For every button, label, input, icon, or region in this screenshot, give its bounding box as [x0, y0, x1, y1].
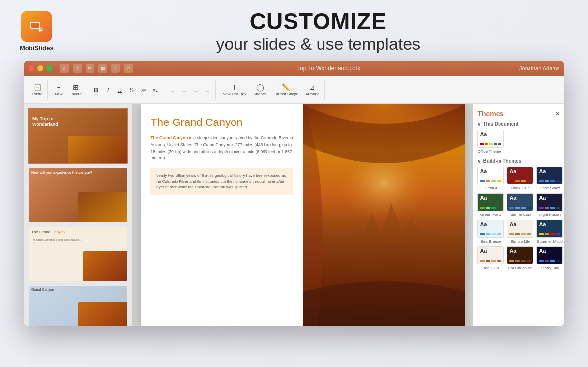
marine-club-label: Marine Club	[510, 213, 531, 217]
night-fusion-theme[interactable]: Aa Night Fusion	[536, 193, 563, 217]
undo-icon[interactable]: ↺	[73, 64, 82, 73]
slide-panel[interactable]: My Trip toWonderland 1 How will you expe…	[24, 104, 133, 326]
hot-chocolate-label: Hot Chocolate	[508, 266, 533, 270]
close-button[interactable]	[29, 65, 34, 71]
book-club-label: Book Club	[511, 186, 529, 190]
toolbar-group-slides: + New ⊞ Layout	[50, 80, 87, 100]
highlighted-text: The Grand Canyon	[150, 135, 188, 140]
slide-thumb-2[interactable]: How will you experience the canyon? 2	[28, 167, 128, 223]
night-fusion-label: Night Fusion	[539, 213, 561, 217]
layout-button[interactable]: ⊞ Layout	[66, 81, 84, 99]
toolbar: 📋 Paste + New ⊞ Layout B I U S X² X₂ ≡ ≡	[24, 76, 564, 104]
summer-mood-theme[interactable]: Aa Summer Mood	[536, 220, 563, 244]
italic-button[interactable]: I	[103, 85, 114, 95]
top-header: ▶ MobiSlides CUSTOMIZE your slides & use…	[0, 0, 588, 59]
shapes-button[interactable]: ◯ Shapes	[250, 81, 269, 99]
format-shape-button[interactable]: ✏️ Format Shape	[270, 81, 301, 99]
toolbar-group-clipboard: 📋 Paste	[28, 80, 48, 100]
slide-thumb-4[interactable]: Grand Canyon 4	[28, 285, 128, 326]
slide-preview-4: Grand Canyon	[29, 286, 127, 326]
sea-breeze-theme[interactable]: Aa Sea Breeze	[477, 220, 504, 244]
simple-life-label: Simple Life	[511, 239, 530, 244]
case-study-label: Case Study	[540, 186, 560, 190]
themes-panel: Themes ✕ ∨ This Document Aa	[473, 104, 564, 326]
header-subtitle: your slides & use templates	[68, 34, 568, 54]
svg-text:▶: ▶	[39, 28, 43, 32]
superscript-button[interactable]: X²	[138, 85, 149, 95]
grid-icon[interactable]: ▦	[98, 64, 107, 73]
strikethrough-button[interactable]: S	[126, 85, 137, 95]
builtin-themes-label: ∨ Build-in Themes	[477, 158, 560, 164]
arrange-button[interactable]: ⊿ Arrange	[302, 81, 322, 99]
slide-preview-2: How will you experience the canyon?	[29, 168, 127, 222]
themes-close-button[interactable]: ✕	[555, 110, 560, 118]
slide-heading: The Grand Canyon	[150, 116, 293, 129]
paste-button[interactable]: 📋 Paste	[29, 81, 45, 99]
hot-chocolate-theme[interactable]: Aa Hot Chocolate	[507, 246, 533, 270]
app-name-label: MobiSlides	[20, 44, 54, 52]
new-text-box-button[interactable]: T New Text Box	[220, 81, 250, 99]
green-party-label: Green Party	[480, 213, 501, 217]
align-justify-button[interactable]: ≡	[203, 85, 213, 95]
align-right-button[interactable]: ≡	[191, 85, 202, 95]
window-title: Trip To Wonderland.pptx	[141, 65, 516, 72]
slide-thumb-1[interactable]: My Trip toWonderland 1	[28, 108, 128, 164]
app-logo: ▶ MobiSlides	[20, 11, 54, 52]
simple-life-theme[interactable]: Aa Simple Life	[507, 220, 533, 244]
themes-grid: Aa Default Aa	[477, 167, 560, 270]
tea-club-theme[interactable]: Aa Tea Club	[477, 246, 504, 270]
subscript-button[interactable]: X₂	[150, 85, 161, 95]
this-document-label: ∨ This Document	[477, 122, 560, 127]
default-theme[interactable]: Aa Default	[477, 167, 504, 190]
sea-breeze-label: Sea Breeze	[481, 239, 501, 244]
themes-panel-title: Themes	[477, 110, 503, 118]
new-button[interactable]: + New	[52, 81, 65, 99]
align-center-button[interactable]: ≡	[179, 85, 190, 95]
slide-preview-3: The Grand Canyon The Grand Canyon is a s…	[29, 227, 127, 281]
office-theme-label: Office Theme	[477, 149, 501, 153]
share-icon[interactable]: ↑	[111, 64, 120, 73]
canyon-svg	[303, 104, 465, 326]
slide-preview-1: My Trip toWonderland	[29, 109, 127, 163]
slide-body: The Grand Canyon is a steep-sided canyon…	[150, 135, 293, 161]
starry-sky-theme[interactable]: Aa Starry Sky	[536, 246, 563, 270]
green-party-theme[interactable]: Aa Green Party	[477, 193, 504, 217]
underline-button[interactable]: U	[115, 85, 125, 95]
toolbar-group-insert: T New Text Box ◯ Shapes ✏️ Format Shape …	[218, 80, 325, 100]
home-icon[interactable]: ⌂	[60, 64, 69, 73]
default-label: Default	[485, 186, 497, 190]
summer-mood-label: Summer Mood	[537, 239, 562, 244]
slide-image-area	[303, 104, 465, 326]
redo-icon[interactable]: ↻	[86, 64, 94, 73]
marine-club-theme[interactable]: Aa Marine Club	[507, 193, 533, 217]
lock-icon[interactable]: 🔒	[124, 64, 133, 73]
minimize-button[interactable]	[37, 65, 43, 71]
bold-button[interactable]: B	[91, 85, 102, 95]
builtin-themes-section: ∨ Build-in Themes Aa	[477, 158, 560, 270]
office-theme-preview: Aa	[477, 130, 504, 148]
main-content: My Trip toWonderland 1 How will you expe…	[24, 104, 564, 326]
slide-editor[interactable]: The Grand Canyon The Grand Canyon is a s…	[133, 104, 473, 326]
case-study-theme[interactable]: Aa Case Study	[536, 167, 563, 190]
this-document-section: ∨ This Document Aa Office Theme	[477, 122, 560, 153]
header-text-block: CUSTOMIZE your slides & use templates	[68, 9, 568, 54]
title-bar: ⌂ ↺ ↻ ▦ ↑ 🔒 Trip To Wonderland.pptx Jona…	[24, 61, 564, 76]
slide-text-area: The Grand Canyon The Grand Canyon is a s…	[141, 104, 303, 326]
align-left-button[interactable]: ≡	[167, 85, 178, 95]
header-title: CUSTOMIZE	[68, 9, 568, 34]
heading-colored: Canyon	[206, 116, 243, 128]
slide-block-text: Nearly two billion years of Earth's geol…	[150, 168, 293, 195]
slide-thumb-3[interactable]: The Grand Canyon The Grand Canyon is a s…	[28, 226, 128, 282]
toolbar-group-align: ≡ ≡ ≡ ≡	[165, 80, 216, 100]
heading-plain: The Grand	[150, 116, 205, 128]
starry-sky-label: Starry Sky	[541, 266, 559, 270]
office-theme-item[interactable]: Aa Office Theme	[477, 130, 560, 153]
app-window: ⌂ ↺ ↻ ▦ ↑ 🔒 Trip To Wonderland.pptx Jona…	[24, 61, 564, 326]
themes-header: Themes ✕	[477, 108, 560, 122]
book-club-theme[interactable]: Aa Book Club	[507, 167, 533, 190]
slide-canvas: The Grand Canyon The Grand Canyon is a s…	[141, 104, 465, 326]
maximize-button[interactable]	[46, 65, 52, 71]
tea-club-label: Tea Club	[483, 266, 499, 270]
app-logo-icon: ▶	[21, 11, 52, 42]
slide-1-title: My Trip toWonderland	[32, 116, 58, 127]
